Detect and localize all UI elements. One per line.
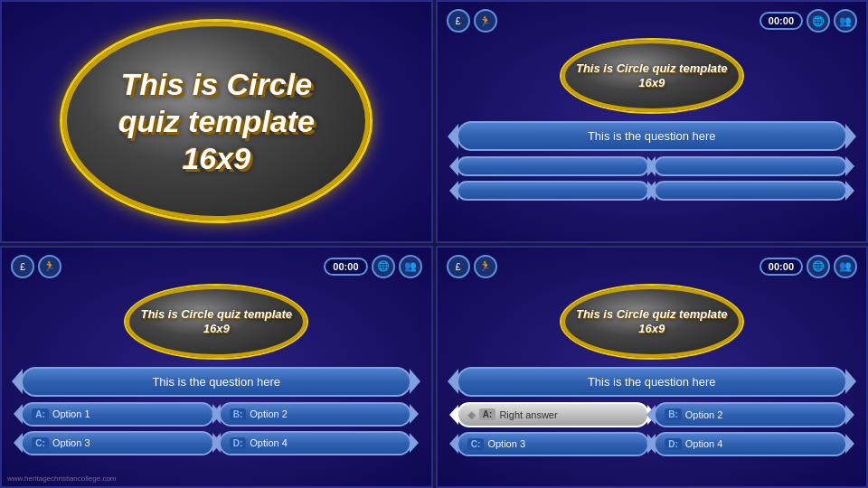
runner-btn-4[interactable]: 🏃	[474, 255, 497, 278]
top-bar-left-3: £ 🏃	[11, 255, 61, 278]
option-3-b-text: Option 2	[250, 408, 288, 419]
panel-2-quiz: £ 🏃 00:00 🌐 👥 This is Circle quiz templa…	[436, 0, 869, 243]
runner-icon-3: 🏃	[43, 260, 56, 272]
top-bar-right-3: 00:00 🌐 👥	[324, 255, 421, 278]
option-3-d-label: D:	[230, 437, 247, 449]
empty-opt-3[interactable]	[457, 181, 649, 201]
empty-opt-1[interactable]	[457, 156, 649, 176]
top-bar-left-4: £ 🏃	[447, 255, 497, 278]
question-bar-3: This is the question here	[21, 367, 411, 397]
currency-btn-3[interactable]: £	[11, 255, 34, 278]
currency-btn-2[interactable]: £	[447, 9, 470, 33]
small-title-4: This is Circle quiz template 16x9	[565, 304, 739, 339]
empty-options-2	[457, 156, 847, 201]
globe-btn-3[interactable]: 🌐	[372, 255, 395, 278]
audience-icon-2: 👥	[839, 15, 852, 27]
top-bar-4: £ 🏃 00:00 🌐 👥	[447, 255, 858, 278]
option-3-a[interactable]: A: Option 1	[21, 402, 213, 427]
question-bar-2: This is the question here	[457, 121, 847, 151]
runner-icon-4: 🏃	[479, 260, 492, 272]
option-3-c[interactable]: C: Option 3	[21, 431, 213, 455]
option-3-c-text: Option 3	[52, 437, 90, 448]
option-3-d-text: Option 4	[250, 437, 288, 448]
option-4-d[interactable]: D: Option 4	[654, 432, 846, 456]
option-4-b-label: B:	[665, 408, 682, 420]
question-bar-4: This is the question here	[457, 367, 847, 397]
audience-icon-3: 👥	[404, 260, 417, 272]
globe-btn-4[interactable]: 🌐	[807, 255, 830, 278]
panel-4-quiz: £ 🏃 00:00 🌐 👥 This is Circle quiz templa…	[436, 246, 869, 489]
option-4-c[interactable]: C: Option 3	[457, 432, 649, 456]
options-grid-4: ◆ A: Right answer B: Option 2 C: Option …	[457, 402, 847, 456]
watermark-3: www.heritagechristiancollege.com	[7, 474, 117, 483]
panel-3-quiz: £ 🏃 00:00 🌐 👥 This is Circle quiz templa…	[0, 246, 433, 489]
empty-opt-4[interactable]	[654, 181, 846, 201]
option-3-c-label: C:	[32, 437, 49, 449]
audience-btn-4[interactable]: 👥	[834, 255, 857, 278]
option-4-d-label: D:	[665, 438, 682, 450]
empty-opt-2[interactable]	[654, 156, 846, 176]
audience-icon-4: 👥	[839, 260, 852, 272]
top-bar-2: £ 🏃 00:00 🌐 👥	[447, 9, 858, 33]
option-4-c-text: Option 3	[487, 438, 525, 449]
currency-btn-4[interactable]: £	[447, 255, 470, 278]
small-title-2: This is Circle quiz template 16x9	[565, 58, 739, 93]
option-4-b[interactable]: B: Option 2	[654, 402, 846, 427]
option-4-a-text: Right answer	[499, 409, 557, 420]
small-title-3: This is Circle quiz template 16x9	[129, 304, 303, 339]
globe-icon-2: 🌐	[812, 15, 825, 27]
option-4-d-text: Option 4	[685, 438, 723, 449]
big-title: This is Circle quiz template 16x9	[109, 57, 324, 185]
small-oval-3: This is Circle quiz template 16x9	[126, 286, 307, 358]
diamond-icon-4: ◆	[467, 408, 476, 421]
runner-icon-2: 🏃	[479, 15, 492, 27]
runner-btn-3[interactable]: 🏃	[38, 255, 61, 278]
small-oval-4: This is Circle quiz template 16x9	[561, 286, 742, 358]
option-3-b-label: B:	[230, 408, 247, 420]
option-3-b[interactable]: B: Option 2	[219, 402, 411, 427]
option-4-c-label: C:	[467, 438, 485, 450]
option-3-d[interactable]: D: Option 4	[219, 431, 411, 455]
globe-icon-3: 🌐	[377, 260, 390, 272]
top-bar-right-4: 00:00 🌐 👥	[760, 255, 857, 278]
options-grid-3: A: Option 1 B: Option 2 C: Option 3 D: O…	[21, 402, 411, 455]
timer-4: 00:00	[760, 258, 803, 276]
top-bar-3: £ 🏃 00:00 🌐 👥	[11, 255, 422, 278]
timer-2: 00:00	[760, 12, 803, 30]
timer-3: 00:00	[324, 258, 367, 276]
audience-btn-2[interactable]: 👥	[834, 9, 857, 33]
option-3-a-text: Option 1	[52, 408, 90, 419]
option-4-a-label: A:	[479, 408, 496, 420]
option-4-b-text: Option 2	[685, 409, 723, 420]
top-bar-right-2: 00:00 🌐 👥	[760, 9, 857, 33]
title-oval: This is Circle quiz template 16x9	[62, 22, 370, 221]
top-bar-left-2: £ 🏃	[447, 9, 497, 33]
small-oval-2: This is Circle quiz template 16x9	[561, 40, 742, 112]
option-4-a[interactable]: ◆ A: Right answer	[457, 402, 649, 427]
runner-btn-2[interactable]: 🏃	[474, 9, 497, 33]
panel-1-title: This is Circle quiz template 16x9	[0, 0, 433, 243]
globe-icon-4: 🌐	[812, 260, 825, 272]
option-3-a-label: A:	[32, 408, 49, 420]
globe-btn-2[interactable]: 🌐	[807, 9, 830, 33]
audience-btn-3[interactable]: 👥	[399, 255, 422, 278]
